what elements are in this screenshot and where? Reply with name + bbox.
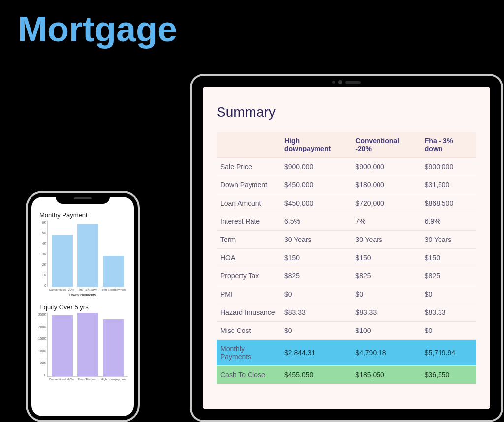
- page-title: Mortgage: [18, 9, 177, 49]
- phone-screen: Monthy Payment 6K 5K 4K 3K 2K 1K 0: [32, 197, 134, 416]
- cell: $100: [351, 322, 420, 340]
- x-label: High downpayment: [101, 378, 126, 381]
- summary-table: High downpayment Conventional -20% Fha -…: [217, 132, 476, 384]
- cell: $825: [351, 267, 420, 285]
- tick: 2K: [37, 263, 46, 266]
- bar-high-down: [103, 256, 124, 287]
- cell: 30 Years: [421, 231, 476, 249]
- table-row: Hazard Inrusance$83.33$83.33$83.33: [217, 303, 476, 322]
- cell: 6.5%: [281, 212, 351, 231]
- y-axis: 250K 200K 150K 100K 50K 0: [37, 313, 46, 377]
- cell: $450,000: [281, 194, 351, 212]
- cell: Misc Cost: [217, 322, 281, 340]
- col-header-conventional: Conventional -20%: [351, 132, 420, 158]
- cell: Property Tax: [217, 267, 281, 285]
- table-header-row: High downpayment Conventional -20% Fha -…: [217, 132, 476, 158]
- chart-title: Monthy Payment: [39, 211, 128, 219]
- cell: $150: [421, 249, 476, 267]
- tablet-device: Summary High downpayment Conventional -2…: [190, 74, 503, 422]
- tablet-bezel: Summary High downpayment Conventional -2…: [192, 76, 501, 420]
- cell: $83.33: [421, 303, 476, 322]
- cell: $83.33: [281, 303, 351, 322]
- cell: 7%: [351, 212, 420, 231]
- x-label: Fha - 3% down: [77, 378, 97, 381]
- cell: $31,500: [421, 176, 476, 194]
- table-row: Loan Amount$450,000$720,000$868,500: [217, 194, 476, 212]
- cell: HOA: [217, 249, 281, 267]
- chart-title: Equity Over 5 yrs: [39, 303, 128, 311]
- tick: 250K: [37, 313, 46, 316]
- cell: $0: [351, 285, 420, 303]
- cell: Hazard Inrusance: [217, 303, 281, 322]
- cell: 6.9%: [421, 212, 476, 231]
- tick: 1K: [37, 273, 46, 277]
- table-row: Interest Rate6.5%7%6.9%: [217, 212, 476, 231]
- x-label: Fha - 3% down: [77, 288, 97, 291]
- tick: 6K: [37, 221, 46, 224]
- tick: 0: [37, 284, 46, 287]
- cell: $720,000: [351, 194, 420, 212]
- cell: $150: [351, 249, 420, 267]
- cell: $2,844.31: [281, 340, 351, 366]
- cell: $5,719.94: [421, 340, 476, 366]
- phone-notch: [56, 193, 110, 204]
- cell: $4,790.18: [351, 340, 420, 366]
- cell: $825: [281, 267, 351, 285]
- tick: 5K: [37, 231, 46, 235]
- tick: 3K: [37, 252, 46, 256]
- col-header-blank: [217, 132, 281, 158]
- bar-conventional: [52, 315, 73, 376]
- cell: Sale Price: [217, 158, 281, 176]
- phone-bezel: Monthy Payment 6K 5K 4K 3K 2K 1K 0: [28, 193, 138, 420]
- tablet-camera-icon: [332, 80, 361, 84]
- x-labels: Conventional -20% Fha - 3% down High dow…: [47, 288, 128, 291]
- tick: 100K: [37, 349, 46, 353]
- cell: Interest Rate: [217, 212, 281, 231]
- cell: $185,050: [351, 366, 420, 384]
- x-label: High downpayment: [101, 288, 126, 291]
- cell: $900,000: [281, 158, 351, 176]
- bars: [47, 313, 128, 377]
- tablet-screen: Summary High downpayment Conventional -2…: [203, 87, 490, 409]
- summary-heading: Summary: [217, 104, 476, 120]
- cell: PMI: [217, 285, 281, 303]
- table-body: Sale Price$900,000$900,000$900,000Down P…: [217, 158, 476, 384]
- cell: Term: [217, 231, 281, 249]
- cell: $83.33: [351, 303, 420, 322]
- bars: [47, 221, 128, 287]
- cell: Loan Amount: [217, 194, 281, 212]
- x-label: Conventional -20%: [49, 288, 74, 291]
- cell: $0: [281, 285, 351, 303]
- bar-high-down: [103, 319, 124, 376]
- table-row: Down Payment$450,000$180,000$31,500: [217, 176, 476, 194]
- table-row: Sale Price$900,000$900,000$900,000: [217, 158, 476, 176]
- cell: $900,000: [421, 158, 476, 176]
- cell: 30 Years: [351, 231, 420, 249]
- cell: $900,000: [351, 158, 420, 176]
- table-row: Misc Cost$0$100$0: [217, 322, 476, 340]
- cell: 30 Years: [281, 231, 351, 249]
- bar-conventional: [52, 235, 73, 287]
- cell: Down Payment: [217, 176, 281, 194]
- monthly-payment-chart: Monthy Payment 6K 5K 4K 3K 2K 1K 0: [36, 207, 129, 299]
- cell: $150: [281, 249, 351, 267]
- phone-speaker-icon: [74, 197, 92, 199]
- cell: $450,000: [281, 176, 351, 194]
- chart-area: 250K 200K 150K 100K 50K 0: [37, 313, 128, 377]
- cell: $0: [421, 285, 476, 303]
- cell: Cash To Close: [217, 366, 281, 384]
- chart-area: 6K 5K 4K 3K 2K 1K 0: [37, 221, 128, 287]
- cell: $36,550: [421, 366, 476, 384]
- cell: $868,500: [421, 194, 476, 212]
- table-row: Property Tax$825$825$825: [217, 267, 476, 285]
- cell: $180,000: [351, 176, 420, 194]
- bar-fha: [77, 224, 98, 287]
- y-axis: 6K 5K 4K 3K 2K 1K 0: [37, 221, 46, 287]
- x-axis-title: Down Payments: [37, 293, 128, 297]
- table-row: Cash To Close$455,050$185,050$36,550: [217, 366, 476, 384]
- tick: 50K: [37, 361, 46, 364]
- col-header-high: High downpayment: [281, 132, 351, 158]
- tick: 0: [37, 373, 46, 377]
- equity-chart: Equity Over 5 yrs 250K 200K 150K 100K 50…: [36, 299, 129, 383]
- tick: 4K: [37, 242, 46, 245]
